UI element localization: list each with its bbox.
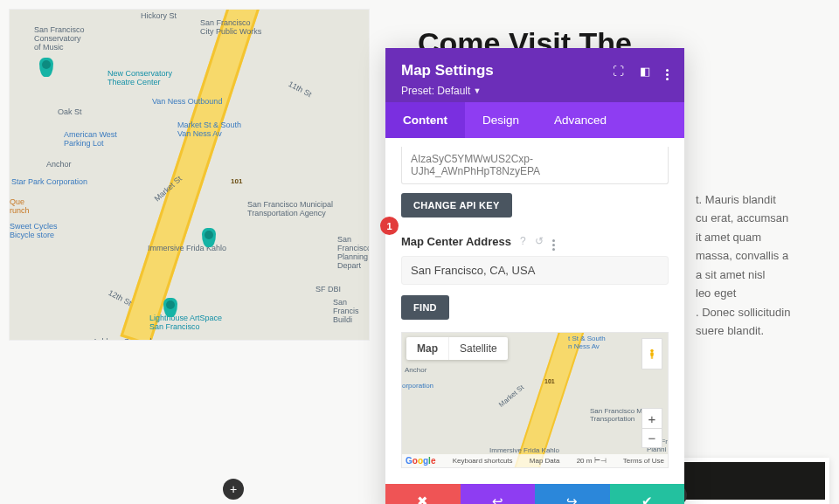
mini-map-type-control: Map Satellite (406, 337, 508, 360)
map-label: SF DBI (315, 285, 341, 293)
map-label: Star Park Corporation (11, 177, 87, 186)
map-poi-pin[interactable] (202, 228, 216, 247)
map-label: Immersive Frida Kahlo (489, 446, 559, 454)
main-map[interactable]: Hickory St San Francisco Conservatory of… (9, 9, 370, 341)
map-label: Anchor (405, 366, 426, 374)
map-label: Immersive Frida Kahlo (148, 244, 226, 252)
map-label: t St & South n Ness Av (568, 335, 606, 350)
mini-map-tab-map[interactable]: Map (406, 337, 448, 360)
redo-button[interactable]: ↪ (535, 484, 610, 504)
expand-icon[interactable]: ⛶ (613, 65, 624, 78)
reset-icon[interactable]: ↺ (535, 235, 544, 247)
pegman-icon[interactable] (641, 338, 662, 369)
api-key-display: AIzaSyC5YMWwUS2Cxp-UJh4_AWnPhHpT8NzyEPA (401, 147, 669, 184)
zoom-out-button[interactable]: − (642, 428, 662, 447)
cancel-button[interactable]: ✖ (385, 484, 461, 504)
map-label: 101 (544, 378, 555, 384)
tab-content[interactable]: Content (385, 102, 465, 138)
svg-rect-2 (651, 356, 652, 359)
step-marker-1: 1 (380, 217, 399, 235)
map-label: San Francisco M Transportation (590, 407, 642, 423)
map-label: New Conservatory Theatre Center (107, 69, 172, 86)
preset-selector[interactable]: Preset: Default ▼ (401, 85, 669, 97)
menu-icon[interactable] (666, 61, 669, 80)
keyboard-shortcuts-link[interactable]: Keyboard shortcuts (453, 457, 513, 465)
map-label: Market St & South Van Ness Av (177, 121, 241, 138)
zoom-in-button[interactable]: + (642, 409, 662, 428)
page-body-text: t. Mauris blandit cu erat, accumsan it a… (696, 190, 831, 341)
tab-advanced[interactable]: Advanced (537, 102, 624, 138)
map-preview[interactable]: Map Satellite t St & South n Ness Av Anc… (401, 332, 669, 468)
preset-label: Preset: Default (401, 85, 470, 97)
map-label: 12th St (107, 288, 133, 307)
map-label: Que runch (10, 197, 30, 215)
save-button[interactable]: ✔ (610, 484, 685, 504)
field-menu-icon[interactable] (552, 231, 555, 251)
add-module-button[interactable]: + (223, 479, 244, 500)
panel-title: Map Settings (401, 62, 494, 79)
help-icon[interactable]: ? (520, 235, 526, 247)
tab-design[interactable]: Design (465, 102, 537, 138)
zoom-control: + − (641, 408, 662, 448)
google-logo: Google (406, 456, 435, 466)
find-button[interactable]: FIND (401, 295, 449, 320)
map-center-address-input[interactable] (401, 256, 669, 285)
scale-label: 20 m ⊢⊣ (577, 457, 607, 465)
svg-rect-1 (650, 352, 654, 356)
map-label: San Francisco Conservatory of Music (34, 25, 85, 52)
address-field-label: Map Center Address (401, 235, 511, 248)
panel-body: AIzaSyC5YMWwUS2Cxp-UJh4_AWnPhHpT8NzyEPA … (385, 138, 684, 484)
map-label: Market St (497, 383, 525, 409)
map-label: Sweet Cycles Bicycle store (10, 222, 58, 239)
chevron-down-icon: ▼ (473, 86, 481, 95)
map-label: San Francisco City Public Works (200, 18, 261, 36)
panel-tabs: Content Design Advanced (385, 102, 684, 138)
map-label: Lighthouse ArtSpace San Francisco (149, 314, 222, 331)
map-label: 101 (231, 177, 242, 185)
map-poi-pin[interactable] (163, 298, 177, 317)
map-label: Hickory St (141, 11, 177, 20)
map-label: orporation (402, 382, 433, 390)
panel-header: Map Settings ⛶ ◧ Preset: Default ▼ (385, 48, 684, 102)
undo-button[interactable]: ↩ (461, 484, 536, 504)
mini-map-footer: Google Keyboard shortcuts Map Data 20 m … (402, 454, 668, 467)
terms-link[interactable]: Terms of Use (623, 457, 664, 465)
map-label: American West Parking Lot (64, 130, 117, 148)
map-poi-pin[interactable] (39, 58, 53, 77)
map-label: Van Ness Outbound (152, 97, 222, 106)
map-label: Anchor (46, 160, 72, 169)
svg-rect-3 (652, 356, 653, 359)
map-label: Ashbury General (93, 337, 152, 341)
map-label: San Francisco Municipal Transportation A… (247, 200, 333, 217)
map-label: Oak St (58, 107, 82, 116)
change-api-key-button[interactable]: CHANGE API KEY (401, 193, 512, 217)
svg-point-0 (650, 349, 654, 353)
map-data-link[interactable]: Map Data (530, 457, 560, 465)
map-label: San Francisco Planning Depart (337, 235, 370, 270)
map-settings-panel: Map Settings ⛶ ◧ Preset: Default ▼ Conte… (385, 48, 684, 504)
mini-map-tab-satellite[interactable]: Satellite (448, 337, 508, 360)
panel-action-bar: ✖ ↩ ↪ ✔ (385, 484, 684, 504)
snap-icon[interactable]: ◧ (640, 65, 650, 78)
map-label: San Francis Buildi (333, 298, 369, 324)
map-label: 11th St (287, 79, 313, 99)
